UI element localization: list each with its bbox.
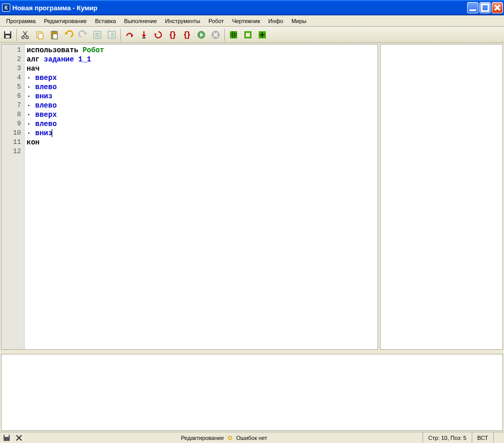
code-line[interactable]: алг задание 1_1 (27, 55, 375, 64)
status-bar: Редактирование Ошибок нет Стр: 10, Поз: … (0, 432, 504, 443)
cut-icon[interactable] (19, 28, 32, 41)
separator (224, 29, 225, 41)
code-line[interactable] (27, 147, 375, 156)
copy-icon[interactable] (33, 28, 47, 41)
menu-insert[interactable]: Вставка (91, 17, 120, 25)
svg-rect-5 (5, 31, 10, 34)
svg-point-9 (22, 36, 25, 38)
output-panel[interactable] (1, 354, 503, 431)
close-button[interactable] (492, 2, 503, 13)
menu-info[interactable]: Инфо (264, 17, 287, 25)
svg-rect-42 (5, 435, 9, 437)
svg-rect-24 (142, 37, 145, 38)
line-number: 8 (3, 110, 21, 119)
status-position: Стр: 10, Поз: 5 (423, 432, 472, 443)
status-action-icon[interactable] (14, 433, 24, 442)
run-icon[interactable] (195, 28, 208, 41)
svg-rect-1 (481, 4, 488, 11)
grid-plus-icon[interactable] (256, 28, 269, 41)
maximize-button[interactable] (479, 2, 491, 13)
step-over-icon[interactable] (123, 28, 136, 41)
menu-execution[interactable]: Выполнение (120, 17, 161, 25)
main-area: 123456789101112 использовать Роботалг за… (0, 43, 504, 351)
stop-icon[interactable] (209, 28, 222, 41)
svg-text:{}: {} (170, 30, 176, 39)
line-number: 10 (3, 129, 21, 138)
grid-outline-icon[interactable] (241, 28, 255, 41)
code-line[interactable]: использовать Робот (27, 46, 375, 55)
line-number: 11 (3, 138, 21, 147)
indent-in-icon[interactable] (105, 28, 118, 41)
code-line[interactable]: · вниз (27, 129, 375, 138)
svg-rect-37 (246, 33, 250, 37)
line-number: 1 (3, 46, 21, 55)
line-number: 9 (3, 119, 21, 129)
code-line[interactable]: · вверх (27, 110, 375, 119)
svg-text:{}: {} (184, 30, 190, 39)
separator (120, 29, 121, 41)
status-save-icon[interactable] (2, 433, 11, 442)
status-errors: Ошибок нет (236, 435, 267, 441)
menu-tools[interactable]: Инструменты (161, 17, 204, 25)
code-line[interactable]: · вверх (27, 73, 375, 82)
code-line[interactable]: · влево (27, 101, 375, 110)
line-number: 7 (3, 101, 21, 110)
code-editor[interactable]: использовать Роботалг задание 1_1нач· вв… (25, 45, 377, 349)
line-number: 6 (3, 92, 21, 101)
line-number: 4 (3, 73, 21, 82)
step-brace-r-icon[interactable]: {} (180, 28, 194, 41)
code-line[interactable]: кон (27, 138, 375, 147)
grid-all-icon[interactable] (227, 28, 240, 41)
editor-pane: 123456789101112 использовать Роботалг за… (1, 44, 378, 350)
line-gutter: 123456789101112 (2, 45, 25, 349)
step-back-icon[interactable] (152, 28, 165, 41)
toolbar: {} {} (0, 27, 504, 43)
svg-rect-6 (6, 35, 10, 38)
title-bar: К Новая программа - Кумир (0, 0, 504, 15)
status-pad (493, 432, 504, 443)
save-icon[interactable] (1, 28, 14, 41)
status-insert-mode: ВСТ (472, 432, 493, 443)
window-title: Новая программа - Кумир (12, 4, 466, 12)
svg-rect-31 (230, 31, 237, 38)
text-caret (52, 129, 52, 137)
separator (16, 29, 17, 41)
svg-rect-12 (38, 33, 43, 39)
svg-rect-14 (53, 31, 56, 32)
step-brace-l-icon[interactable]: {} (166, 28, 179, 41)
menu-robot[interactable]: Робот (204, 17, 228, 25)
code-line[interactable]: · влево (27, 119, 375, 129)
menu-edit[interactable]: Редактирование (40, 17, 91, 25)
side-panel (380, 44, 503, 350)
app-icon: К (2, 4, 10, 12)
code-line[interactable]: нач (27, 64, 375, 73)
code-line[interactable]: · вниз (27, 92, 375, 101)
undo-icon[interactable] (62, 28, 75, 41)
status-indicator (224, 435, 236, 441)
paste-icon[interactable] (48, 28, 61, 41)
status-mode: Редактирование (181, 435, 224, 441)
line-number: 3 (3, 64, 21, 73)
line-number: 12 (3, 147, 21, 156)
menu-drawer[interactable]: Чертежник (228, 17, 264, 25)
step-into-icon[interactable] (137, 28, 151, 41)
svg-rect-15 (53, 34, 57, 39)
menu-program[interactable]: Программа (2, 17, 40, 25)
line-number: 2 (3, 55, 21, 64)
line-number: 5 (3, 82, 21, 92)
svg-point-10 (26, 36, 29, 38)
minimize-button[interactable] (467, 2, 478, 13)
menu-bar: Программа Редактирование Вставка Выполне… (0, 15, 504, 27)
code-line[interactable]: · влево (27, 82, 375, 92)
indent-out-icon[interactable] (91, 28, 104, 41)
redo-icon[interactable] (76, 28, 90, 41)
menu-worlds[interactable]: Миры (287, 17, 310, 25)
